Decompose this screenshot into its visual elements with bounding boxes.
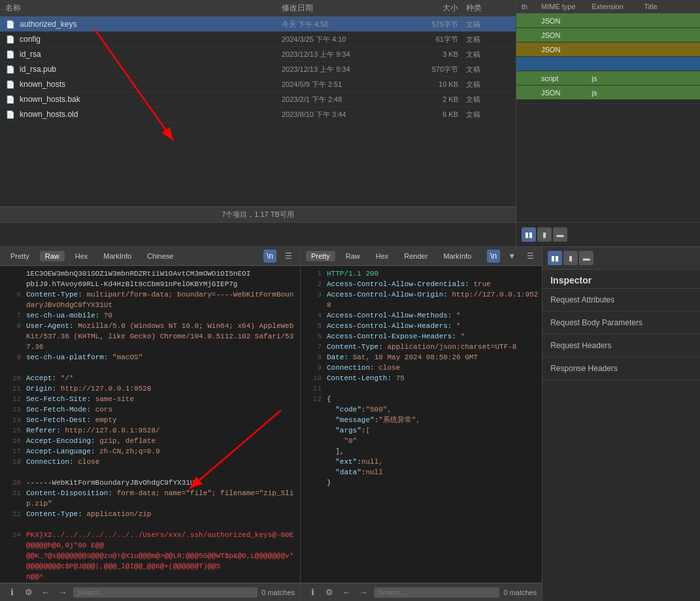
inspector-toggle-2[interactable]: ▮ [563, 251, 578, 265]
bottom-panels: Pretty Raw Hex MarkInfo Chinese \n ☰ 1EC… [0, 247, 700, 601]
code-line [0, 519, 300, 530]
toggle-row-btn[interactable]: ▬ [553, 227, 567, 242]
code-line: 13Sec-Fetch-Mode: cors [0, 404, 300, 415]
file-size: 570字节 [393, 65, 458, 74]
file-name: known_hosts.old [20, 110, 282, 119]
file-type: 文稿 [458, 80, 510, 89]
view-toggle-group: ▮▮ ▮ ▬ [522, 227, 567, 242]
code-line: 7sec-ch-ua-mobile: ?0 [0, 310, 300, 321]
inspector-toggle-group: ▮▮ ▮ ▬ [548, 251, 593, 265]
inspector-panel: ▮▮ ▮ ▬ Inspector Request AttributesReque… [542, 247, 700, 601]
file-type: 文稿 [458, 110, 510, 120]
code-line: "message":"系统异常", [301, 415, 542, 425]
code-line: n@@^ [0, 572, 300, 582]
code-line: 21Content-Disposition: form-data; name="… [0, 488, 300, 509]
toggle-col-btn[interactable]: ▮ [537, 227, 552, 242]
status-gear-left[interactable]: ⚙ [22, 586, 35, 599]
format-icon-left[interactable]: \n [263, 250, 276, 263]
tab-hex-left[interactable]: Hex [70, 251, 93, 261]
file-date: 2024/3/25 下午 4:10 [282, 35, 393, 44]
format-icon-right[interactable]: \n [487, 250, 500, 263]
status-back-left[interactable]: ← [39, 586, 52, 599]
mime-rows-container: JSON JSON JSON script js JSON js [516, 14, 700, 222]
file-icon: 📄 [5, 94, 16, 105]
file-type: 文稿 [458, 95, 510, 105]
status-gear-right[interactable]: ⚙ [323, 586, 336, 599]
code-line: 8User-Agent: Mozilla/5.0 (Windows NT 10.… [0, 321, 300, 352]
file-row[interactable]: 📄 config 2024/3/25 下午 4:10 61字节 文稿 [0, 32, 516, 47]
file-row[interactable]: 📄 id_rsa.pub 2023/12/13 上午 9:34 570字节 文稿 [0, 62, 516, 77]
request-panel: Pretty Raw Hex MarkInfo Chinese \n ☰ 1EC… [0, 247, 301, 601]
mime-mime-col: MIME type [541, 3, 592, 10]
mime-row-mime: JSON [541, 31, 592, 39]
tab-render-right[interactable]: Render [399, 251, 433, 261]
toggle-grid-btn[interactable]: ▮▮ [522, 227, 536, 242]
inspector-toolbar-area: ▮▮ ▮ ▬ [516, 223, 700, 246]
request-status-bar: ℹ ⚙ ← → 0 matches [0, 583, 300, 601]
file-icon: 📄 [5, 34, 16, 44]
tab-raw-left[interactable]: Raw [40, 251, 65, 261]
tab-pretty-left[interactable]: Pretty [5, 251, 35, 261]
mime-row[interactable]: JSON [516, 14, 700, 28]
file-name: known_hosts [20, 80, 282, 89]
dropdown-icon-right[interactable]: ▼ [505, 250, 518, 263]
request-code-area: 1EC3OEW3mbnQ301SOZ1W3mbnRDZRti1W1OAvtCM3… [0, 266, 300, 583]
file-size: 6 KB [393, 110, 458, 118]
file-row[interactable]: 📄 authorized_keys 今天 下午 4:50 575字节 文稿 [0, 17, 516, 32]
tab-raw-right[interactable]: Raw [341, 251, 365, 261]
inspector-item[interactable]: Response Headers [542, 357, 700, 380]
mime-row-mime: JSON [541, 17, 592, 25]
tab-hex-right[interactable]: Hex [371, 251, 394, 261]
code-line: 7Content-Type: application/json;charset=… [301, 342, 542, 352]
code-line [0, 363, 300, 373]
search-input-right[interactable] [374, 587, 499, 598]
menu-icon-left[interactable]: ☰ [282, 250, 295, 263]
status-info-left[interactable]: ℹ [5, 586, 18, 599]
match-count-right: 0 matches [503, 589, 537, 596]
file-icon: 📄 [5, 19, 16, 29]
mime-row[interactable]: JSON [516, 42, 700, 57]
menu-icon-right[interactable]: ☰ [524, 250, 537, 263]
file-name: config [20, 35, 282, 44]
file-row[interactable]: 📄 known_hosts.old 2023/8/10 下午 3:44 6 KB… [0, 107, 516, 122]
file-date: 今天 下午 4:50 [282, 20, 393, 29]
status-info-right[interactable]: ℹ [306, 586, 319, 599]
tab-pretty-right[interactable]: Pretty [306, 251, 335, 261]
file-icon: 📄 [5, 109, 16, 120]
tab-markinfo-left[interactable]: MarkInfo [98, 251, 137, 261]
mime-row[interactable]: JSON [516, 28, 700, 42]
file-row[interactable]: 📄 id_rsa 2023/12/13 上午 9:34 3 KB 文稿 [0, 47, 516, 62]
inspector-toggle-3[interactable]: ▬ [579, 251, 593, 265]
mime-panel: th MIME type Extension Title JSON JSON J… [516, 0, 700, 222]
code-line: 10Content-Length: 75 [301, 373, 542, 383]
mime-row[interactable]: script js [516, 71, 700, 86]
code-line: 6Content-Type: multipart/form-data; boun… [0, 289, 300, 310]
mime-title-col: Title [644, 3, 695, 10]
mime-th-col: th [522, 3, 541, 10]
status-back-right[interactable]: ← [340, 586, 353, 599]
file-date: 2023/8/10 下午 3:44 [282, 110, 393, 120]
file-name: id_rsa [20, 50, 282, 59]
inspector-toggle-1[interactable]: ▮▮ [548, 251, 562, 265]
code-line: 3Access-Control-Allow-Origin: http://127… [301, 289, 542, 310]
inspector-item[interactable]: Request Body Parameters [542, 312, 700, 334]
response-panel: Pretty Raw Hex Render MarkInfo \n ▼ ☰ 1H… [301, 247, 542, 601]
status-fwd-left[interactable]: → [56, 586, 69, 599]
inspector-title: Inspector [542, 270, 700, 289]
tab-markinfo-right[interactable]: MarkInfo [438, 251, 476, 261]
status-fwd-right[interactable]: → [357, 586, 370, 599]
inspector-item[interactable]: Request Headers [542, 334, 700, 357]
code-line: 11Origin: http://127.0.0.1:9528 [0, 383, 300, 394]
search-input-left[interactable] [73, 587, 258, 598]
tab-chinese-left[interactable]: Chinese [142, 251, 178, 261]
file-icon: 📄 [5, 79, 16, 89]
inspector-item[interactable]: Request Attributes [542, 289, 700, 312]
mime-row[interactable]: JSON js [516, 86, 700, 100]
mime-ext-col: Extension [592, 3, 644, 10]
file-row[interactable]: 📄 known_hosts.bak 2023/2/1 下午 2:48 2 KB … [0, 92, 516, 107]
file-type: 文稿 [458, 35, 510, 44]
mime-row-ext: js [592, 89, 644, 97]
code-line: 17Accept-Language: zh-CN,zh;q=0.9 [0, 446, 300, 457]
mime-row[interactable] [516, 57, 700, 71]
file-row[interactable]: 📄 known_hosts 2024/5/9 下午 2:51 10 KB 文稿 [0, 77, 516, 92]
